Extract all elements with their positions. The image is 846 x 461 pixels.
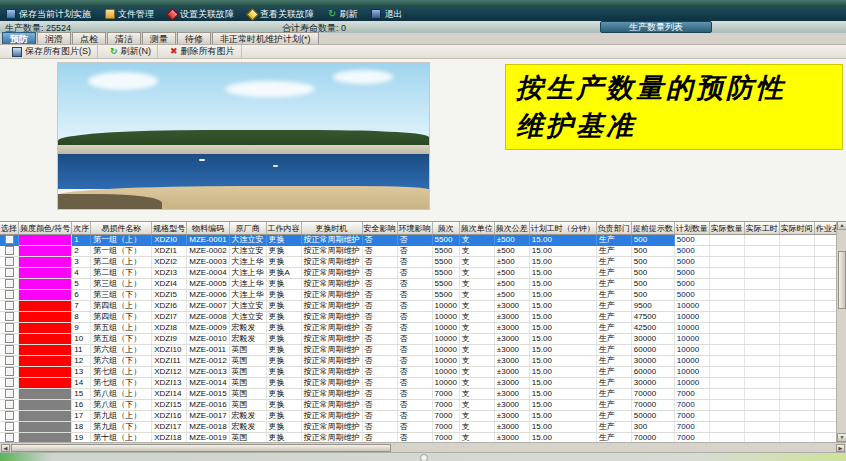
cell-dept[interactable]: 生产 (596, 246, 631, 257)
table-row[interactable]: 15第八组（上）XDZI14MZE-0015英国更换按正常周期维护否否7000支… (0, 389, 836, 400)
cell-plan_qty[interactable]: 10000 (674, 323, 709, 334)
cell-timing[interactable]: 按正常周期维护 (301, 268, 362, 279)
cell-model[interactable]: XDZI13 (152, 378, 187, 389)
cell-safety[interactable]: 否 (362, 312, 397, 323)
cell-freq[interactable]: 10000 (432, 356, 459, 367)
toolbar-button-set-fault[interactable]: 设置关联故障 (168, 10, 234, 19)
cell-safety[interactable]: 否 (362, 235, 397, 246)
cell-unit[interactable]: 支 (459, 367, 494, 378)
row-select-cell[interactable] (0, 367, 19, 378)
cell-safety[interactable]: 否 (362, 345, 397, 356)
cell-actual-empty[interactable] (709, 246, 744, 257)
cell-timing[interactable]: 按正常周期维护 (301, 301, 362, 312)
cell-hours[interactable]: 15.00 (529, 235, 596, 246)
cell-model[interactable]: XDZI5 (152, 290, 187, 301)
cell-model[interactable]: XDZI12 (152, 367, 187, 378)
cell-advance[interactable]: 9500 (631, 301, 674, 312)
row-select-cell[interactable] (0, 389, 19, 400)
cell-vendor[interactable]: 大连立安 (229, 246, 266, 257)
cell-seq[interactable]: 15 (72, 389, 91, 400)
cell-hours[interactable]: 15.00 (529, 389, 596, 400)
cell-vendor[interactable]: 大连立安 (229, 301, 266, 312)
cell-actual-empty[interactable] (709, 301, 744, 312)
cell-hours[interactable]: 15.00 (529, 279, 596, 290)
cell-actual-empty[interactable] (779, 411, 814, 422)
cell-dept[interactable]: 生产 (596, 356, 631, 367)
row-checkbox[interactable] (5, 312, 14, 321)
cell-plan_qty[interactable]: 7000 (674, 422, 709, 433)
table-row[interactable]: 10第五组（下）XDZI9MZE-0010宏毅发更换按正常周期维护否否10000… (0, 334, 836, 345)
cell-actual-empty[interactable] (814, 246, 836, 257)
cell-work[interactable]: 更换 (266, 235, 301, 246)
row-checkbox[interactable] (5, 323, 14, 332)
cell-plan_qty[interactable]: 10000 (674, 356, 709, 367)
row-select-cell[interactable] (0, 279, 19, 290)
cell-timing[interactable]: 按正常周期维护 (301, 246, 362, 257)
cell-actual-empty[interactable] (814, 422, 836, 433)
cell-actual-empty[interactable] (744, 378, 779, 389)
cell-model[interactable]: XDZI3 (152, 268, 187, 279)
scroll-left-icon[interactable]: ◀ (1, 444, 10, 452)
cell-material[interactable]: MZE-0002 (187, 246, 229, 257)
cell-vendor[interactable]: 英国 (229, 367, 266, 378)
cell-actual-empty[interactable] (744, 268, 779, 279)
cell-env[interactable]: 否 (397, 301, 432, 312)
cell-work[interactable]: 更换 (266, 400, 301, 411)
grid-header-21[interactable]: 实际时间 (779, 222, 814, 235)
cell-env[interactable]: 否 (397, 389, 432, 400)
cell-freq[interactable]: 10000 (432, 323, 459, 334)
cell-actual-empty[interactable] (779, 389, 814, 400)
cell-freq[interactable]: 7000 (432, 389, 459, 400)
cell-vendor[interactable]: 大连上华 (229, 279, 266, 290)
cell-plan_qty[interactable]: 5000 (674, 257, 709, 268)
cell-actual-empty[interactable] (744, 246, 779, 257)
cell-timing[interactable]: 按正常周期维护 (301, 235, 362, 246)
cell-freq[interactable]: 10000 (432, 345, 459, 356)
cell-tol[interactable]: ±500 (494, 246, 529, 257)
cell-model[interactable]: XDZI17 (152, 422, 187, 433)
cell-dept[interactable]: 生产 (596, 279, 631, 290)
cell-plan_qty[interactable]: 7000 (674, 389, 709, 400)
cell-name[interactable]: 第六组（下） (91, 356, 152, 367)
cell-dept[interactable]: 生产 (596, 257, 631, 268)
cell-actual-empty[interactable] (744, 389, 779, 400)
cell-work[interactable]: 更换A (266, 268, 301, 279)
cell-actual-empty[interactable] (709, 334, 744, 345)
cell-actual-empty[interactable] (709, 422, 744, 433)
cell-actual-empty[interactable] (709, 312, 744, 323)
cell-tol[interactable]: ±3000 (494, 389, 529, 400)
table-row[interactable]: 9第五组（上）XDZI8MZE-0009宏毅发更换按正常周期维护否否10000支… (0, 323, 836, 334)
cell-name[interactable]: 第五组（下） (91, 334, 152, 345)
cell-advance[interactable]: 30000 (631, 334, 674, 345)
table-row[interactable]: 11第六组（上）XDZI10MZE-0011英国更换按正常周期维护否否10000… (0, 345, 836, 356)
cell-work[interactable]: 更换 (266, 378, 301, 389)
vertical-scrollbar[interactable]: ▲ ▼ (836, 221, 846, 442)
cell-tol[interactable]: ±3000 (494, 367, 529, 378)
cell-material[interactable]: MZE-0001 (187, 235, 229, 246)
cell-vendor[interactable]: 大连立安 (229, 235, 266, 246)
cell-unit[interactable]: 支 (459, 257, 494, 268)
cell-model[interactable]: XDZI2 (152, 257, 187, 268)
grid-header-13[interactable]: 频次单位 (459, 222, 494, 235)
row-select-cell[interactable] (0, 323, 19, 334)
cell-hours[interactable]: 15.00 (529, 411, 596, 422)
cell-safety[interactable]: 否 (362, 323, 397, 334)
horizontal-scroll-thumb[interactable] (11, 444, 391, 452)
cell-model[interactable]: XDZI15 (152, 400, 187, 411)
toolbar-button-save-plan[interactable]: 保存当前计划实施 (6, 9, 91, 19)
cell-safety[interactable]: 否 (362, 356, 397, 367)
cell-material[interactable]: MZE-0018 (187, 422, 229, 433)
cell-actual-empty[interactable] (744, 400, 779, 411)
cell-model[interactable]: XDZI6 (152, 301, 187, 312)
tab-2[interactable]: 润滑 (37, 32, 71, 44)
cell-env[interactable]: 否 (397, 246, 432, 257)
cell-name[interactable]: 第九组（下） (91, 422, 152, 433)
cell-model[interactable]: XDZI7 (152, 312, 187, 323)
row-select-cell[interactable] (0, 312, 19, 323)
cell-advance[interactable]: 70000 (631, 389, 674, 400)
cell-timing[interactable]: 按正常周期维护 (301, 345, 362, 356)
cell-dept[interactable]: 生产 (596, 378, 631, 389)
row-checkbox[interactable] (5, 411, 14, 420)
cell-unit[interactable]: 支 (459, 246, 494, 257)
row-checkbox[interactable] (5, 367, 14, 376)
